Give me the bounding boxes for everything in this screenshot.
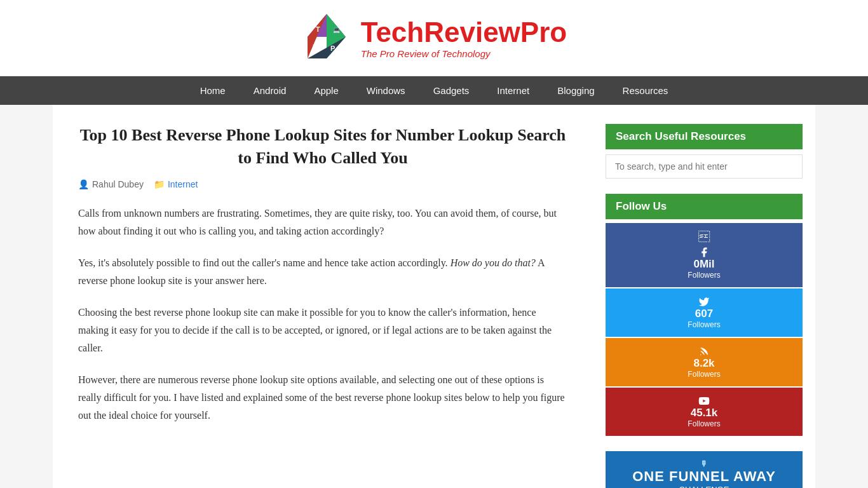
article-paragraph-1: Calls from unknown numbers are frustrati… [78, 205, 567, 240]
facebook-svg-icon [698, 247, 710, 258]
article-paragraph-3: Choosing the best reverse phone lookup s… [78, 304, 567, 357]
svg-text:R: R [313, 43, 318, 51]
banner-title: ONE FUNNEL AWAY [632, 468, 776, 485]
nav-item-windows[interactable]: Windows [353, 76, 419, 105]
search-widget-title: Search Useful Resources [606, 124, 803, 149]
youtube-svg-icon [698, 395, 710, 407]
svg-point-8 [700, 355, 702, 356]
facebook-count: 0Mil [693, 258, 714, 271]
social-item-rss[interactable]: 8.2k Followers [606, 338, 803, 386]
article-paragraph-2: Yes, it's absolutely possible to find ou… [78, 254, 567, 290]
logo-text-block: TechReviewPro The Pro Review of Technolo… [361, 17, 567, 58]
site-header: T 💻 R P TechReviewPro The Pro Review of … [0, 0, 868, 76]
social-item-facebook[interactable]:  0Mil Followers [606, 223, 803, 287]
svg-text:T: T [316, 25, 320, 33]
rss-label: Followers [688, 370, 720, 379]
logo-container: T 💻 R P TechReviewPro The Pro Review of … [301, 13, 567, 64]
nav-link-apple[interactable]: Apple [300, 76, 352, 105]
challenge-banner[interactable]: 🎙 ONE FUNNEL AWAY CHALLENGE [606, 451, 803, 488]
user-icon: 👤 [78, 179, 89, 189]
nav-item-android[interactable]: Android [240, 76, 301, 105]
logo-title-colored: Pro [520, 17, 567, 48]
social-item-youtube[interactable]: 45.1k Followers [606, 388, 803, 436]
nav-item-internet[interactable]: Internet [483, 76, 543, 105]
youtube-label: Followers [688, 419, 720, 428]
article-body: Calls from unknown numbers are frustrati… [78, 205, 567, 424]
category-meta: 📁 Internet [154, 179, 198, 189]
main-content: Top 10 Best Reverse Phone Lookup Sites f… [65, 118, 580, 488]
nav-link-home[interactable]: Home [186, 76, 240, 105]
main-nav: Home Android Apple Windows Gadgets Inter… [0, 76, 868, 105]
nav-link-android[interactable]: Android [240, 76, 301, 105]
twitter-count: 607 [695, 308, 713, 320]
follow-grid:  0Mil Followers 607 Followers 8.2k Foll… [606, 223, 803, 436]
facebook-label: Followers [688, 271, 720, 280]
nav-item-apple[interactable]: Apple [300, 76, 352, 105]
nav-list: Home Android Apple Windows Gadgets Inter… [186, 76, 682, 105]
nav-item-blogging[interactable]: Blogging [543, 76, 608, 105]
social-item-twitter[interactable]: 607 Followers [606, 288, 803, 337]
twitter-label: Followers [688, 320, 720, 329]
logo-subtitle: The Pro Review of Technology [361, 48, 567, 59]
nav-link-blogging[interactable]: Blogging [543, 76, 608, 105]
follow-widget: Follow Us  0Mil Followers 607 Followers… [606, 194, 803, 436]
youtube-count: 45.1k [691, 407, 718, 419]
page-wrapper: Top 10 Best Reverse Phone Lookup Sites f… [53, 105, 815, 488]
author-meta: 👤 Rahul Dubey [78, 179, 144, 189]
facebook-icon:  [698, 231, 710, 244]
rss-count: 8.2k [693, 357, 714, 370]
author-name: Rahul Dubey [92, 179, 144, 189]
article-title: Top 10 Best Reverse Phone Lookup Sites f… [78, 124, 567, 170]
article-paragraph-4: However, there are numerous reverse phon… [78, 371, 567, 424]
logo-title: TechReviewPro [361, 17, 567, 48]
svg-text:P: P [330, 44, 335, 52]
nav-item-gadgets[interactable]: Gadgets [419, 76, 484, 105]
svg-text:💻: 💻 [333, 26, 341, 34]
nav-item-resources[interactable]: Resources [609, 76, 682, 105]
search-widget: Search Useful Resources [606, 124, 803, 179]
twitter-svg-icon [698, 296, 710, 308]
logo-icon: T 💻 R P [301, 13, 352, 64]
folder-icon: 📁 [154, 179, 165, 189]
category-link[interactable]: Internet [168, 179, 198, 189]
nav-item-home[interactable]: Home [186, 76, 240, 105]
nav-link-resources[interactable]: Resources [609, 76, 682, 105]
follow-widget-title: Follow Us [606, 194, 803, 219]
logo-title-main: TechReview [361, 17, 520, 48]
article-meta: 👤 Rahul Dubey 📁 Internet [78, 179, 567, 189]
nav-link-gadgets[interactable]: Gadgets [419, 76, 484, 105]
banner-subtitle: CHALLENGE [632, 485, 776, 489]
search-input[interactable] [606, 154, 803, 179]
nav-link-windows[interactable]: Windows [353, 76, 419, 105]
rss-svg-icon [698, 346, 710, 357]
nav-link-internet[interactable]: Internet [483, 76, 543, 105]
italic-text: How do you do that? [451, 257, 536, 268]
sidebar: Search Useful Resources Follow Us  0Mil… [606, 118, 803, 488]
